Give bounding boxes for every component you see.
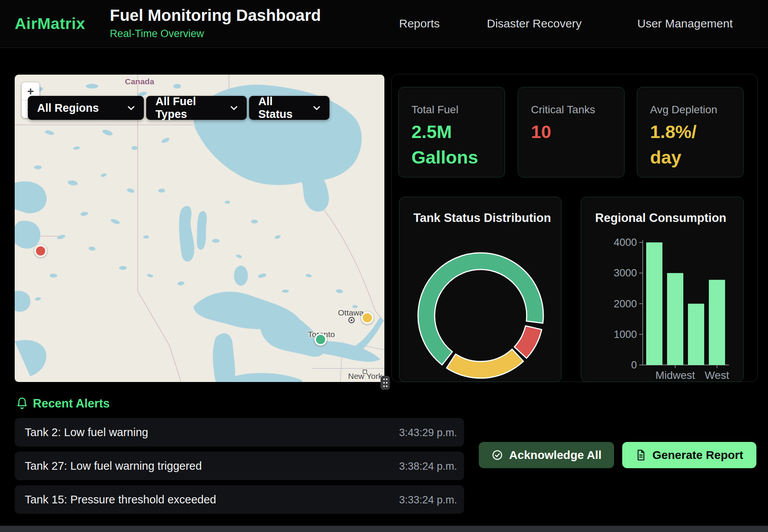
bar-3 [709, 280, 725, 365]
map-label-ottawa: Ottawa [338, 308, 364, 317]
page-title: Fuel Monitoring Dashboard [110, 6, 321, 25]
fuel-monitoring-dashboard: AirMatrix Fuel Monitoring Dashboard Real… [0, 0, 768, 532]
document-icon [635, 449, 646, 461]
tank-marker-critical[interactable] [34, 245, 47, 257]
bar-0 [646, 242, 662, 365]
region-filter-value: All Regions [37, 102, 99, 114]
stat-card-avg-depletion: Avg Depletion 1.8%/day [637, 87, 744, 177]
generate-report-label: Generate Report [652, 448, 743, 462]
tank-marker-warning[interactable] [361, 312, 374, 324]
map-filter-bar: All Regions All Fuel Types All Status [28, 96, 329, 120]
map-panel[interactable]: Canada Ottawa Toronto New York + − All R… [15, 75, 384, 382]
alert-timestamp: 3:33:24 p.m. [399, 494, 457, 506]
generate-report-button[interactable]: Generate Report [622, 442, 756, 468]
regional-consumption-card: Regional Consumption 01000200030004000Mi… [581, 197, 744, 382]
stat-label: Critical Tanks [531, 104, 595, 116]
acknowledge-all-button[interactable]: Acknowledge All [479, 442, 614, 468]
fuel-type-filter-select[interactable]: All Fuel Types [146, 96, 247, 120]
alert-row[interactable]: Tank 15: Pressure threshold exceeded 3:3… [15, 485, 464, 514]
y-tick-label: 2000 [614, 298, 637, 310]
chevron-down-icon [230, 106, 237, 110]
bar-2 [688, 304, 704, 365]
status-filter-select[interactable]: All Status [249, 96, 329, 120]
alert-row[interactable]: Tank 27: Low fuel warning triggered 3:38… [15, 452, 464, 480]
chart-title: Regional Consumption [595, 211, 726, 225]
bar-1 [667, 273, 683, 365]
x-tick-label: Midwest [655, 369, 695, 381]
fuel-type-filter-value: All Fuel Types [155, 95, 220, 121]
alert-timestamp: 3:38:24 p.m. [399, 460, 457, 472]
map-resize-handle[interactable] [381, 376, 390, 390]
stat-label: Total Fuel [411, 104, 458, 116]
nav-disaster-recovery[interactable]: Disaster Recovery [487, 17, 582, 30]
y-tick-label: 0 [631, 359, 637, 371]
donut-segment-critical [514, 326, 542, 358]
region-filter-select[interactable]: All Regions [28, 96, 144, 120]
alert-timestamp: 3:43:29 p.m. [399, 427, 457, 439]
y-tick-label: 1000 [614, 329, 637, 340]
page-subtitle: Real-Time Overview [110, 28, 204, 40]
acknowledge-all-label: Acknowledge All [509, 448, 602, 462]
bottom-scrollbar-strip[interactable] [0, 526, 768, 532]
stat-value: 10 [531, 119, 551, 145]
check-circle-icon [492, 449, 503, 461]
alert-message: Tank 2: Low fuel warning [25, 426, 148, 439]
tank-marker-normal[interactable] [314, 333, 327, 346]
y-tick-label: 3000 [614, 267, 637, 279]
nav-reports[interactable]: Reports [399, 17, 440, 30]
stat-value: 2.5MGallons [411, 119, 478, 170]
alert-message: Tank 27: Low fuel warning triggered [25, 460, 202, 472]
alert-row[interactable]: Tank 2: Low fuel warning 3:43:29 p.m. [15, 418, 464, 447]
bell-icon [15, 397, 29, 413]
brand-logo: AirMatrix [15, 15, 85, 33]
header: AirMatrix Fuel Monitoring Dashboard Real… [0, 0, 768, 48]
alerts-section-title: Recent Alerts [33, 397, 110, 411]
y-tick-label: 4000 [614, 237, 637, 248]
stat-label: Avg Depletion [650, 104, 717, 116]
status-filter-value: All Status [258, 95, 302, 121]
map-label-new-york: New York [348, 372, 382, 381]
chart-title: Tank Status Distribution [413, 211, 551, 225]
map-label-canada: Canada [125, 77, 154, 86]
stat-card-total-fuel: Total Fuel 2.5MGallons [398, 87, 505, 177]
stat-value: 1.8%/day [650, 119, 696, 170]
alert-message: Tank 15: Pressure threshold exceeded [25, 493, 216, 506]
donut-segment-warning [447, 349, 524, 378]
stat-card-critical-tanks: Critical Tanks 10 [518, 87, 625, 177]
x-tick-label: West [705, 369, 729, 381]
chevron-down-icon [313, 106, 320, 110]
tank-status-distribution-card: Tank Status Distribution [399, 197, 561, 382]
chevron-down-icon [128, 106, 135, 110]
nav-user-management[interactable]: User Management [637, 17, 733, 30]
